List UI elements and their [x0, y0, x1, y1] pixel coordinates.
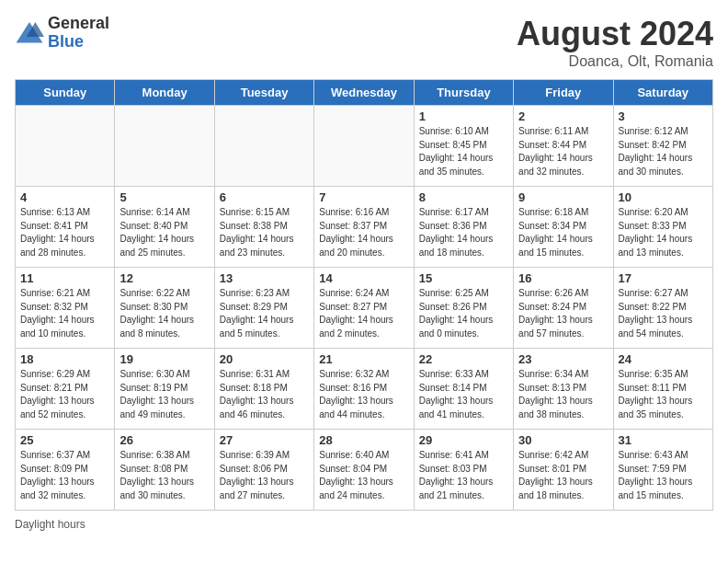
day-number: 17 — [619, 271, 708, 285]
day-number: 29 — [419, 433, 508, 447]
calendar-week: 11Sunrise: 6:21 AM Sunset: 8:32 PM Dayli… — [16, 268, 713, 349]
day-info: Sunrise: 6:34 AM Sunset: 8:13 PM Dayligh… — [518, 368, 608, 421]
day-number: 13 — [220, 271, 309, 285]
calendar-cell: 17Sunrise: 6:27 AM Sunset: 8:22 PM Dayli… — [613, 268, 712, 349]
weekday-header: Monday — [115, 80, 214, 106]
calendar-cell: 7Sunrise: 6:16 AM Sunset: 8:37 PM Daylig… — [314, 187, 414, 268]
day-info: Sunrise: 6:32 AM Sunset: 8:16 PM Dayligh… — [319, 368, 408, 421]
calendar-cell: 13Sunrise: 6:23 AM Sunset: 8:29 PM Dayli… — [214, 268, 313, 349]
calendar-cell — [115, 106, 214, 187]
calendar-cell: 10Sunrise: 6:20 AM Sunset: 8:33 PM Dayli… — [613, 187, 712, 268]
day-info: Sunrise: 6:10 AM Sunset: 8:45 PM Dayligh… — [419, 125, 508, 178]
calendar-cell: 19Sunrise: 6:30 AM Sunset: 8:19 PM Dayli… — [115, 349, 214, 430]
day-number: 24 — [619, 352, 708, 366]
calendar-week: 25Sunrise: 6:37 AM Sunset: 8:09 PM Dayli… — [16, 430, 713, 511]
calendar-cell: 5Sunrise: 6:14 AM Sunset: 8:40 PM Daylig… — [115, 187, 214, 268]
day-number: 18 — [20, 352, 109, 366]
calendar-cell: 4Sunrise: 6:13 AM Sunset: 8:41 PM Daylig… — [16, 187, 115, 268]
day-number: 21 — [319, 352, 408, 366]
day-info: Sunrise: 6:29 AM Sunset: 8:21 PM Dayligh… — [20, 368, 109, 421]
day-info: Sunrise: 6:12 AM Sunset: 8:42 PM Dayligh… — [619, 125, 708, 178]
calendar-table: SundayMondayTuesdayWednesdayThursdayFrid… — [15, 79, 713, 511]
logo-general: General — [48, 15, 109, 33]
day-info: Sunrise: 6:20 AM Sunset: 8:33 PM Dayligh… — [619, 206, 708, 259]
weekday-header: Thursday — [414, 80, 513, 106]
calendar-cell: 16Sunrise: 6:26 AM Sunset: 8:24 PM Dayli… — [514, 268, 613, 349]
title-block: August 2024 Doanca, Olt, Romania — [517, 15, 713, 70]
calendar-cell: 9Sunrise: 6:18 AM Sunset: 8:34 PM Daylig… — [514, 187, 613, 268]
calendar-cell: 6Sunrise: 6:15 AM Sunset: 8:38 PM Daylig… — [214, 187, 313, 268]
calendar-week: 4Sunrise: 6:13 AM Sunset: 8:41 PM Daylig… — [16, 187, 713, 268]
calendar-cell: 18Sunrise: 6:29 AM Sunset: 8:21 PM Dayli… — [16, 349, 115, 430]
calendar-cell — [314, 106, 414, 187]
calendar-body: 1Sunrise: 6:10 AM Sunset: 8:45 PM Daylig… — [16, 106, 713, 511]
day-info: Sunrise: 6:31 AM Sunset: 8:18 PM Dayligh… — [220, 368, 309, 421]
calendar-cell: 11Sunrise: 6:21 AM Sunset: 8:32 PM Dayli… — [16, 268, 115, 349]
calendar-week: 18Sunrise: 6:29 AM Sunset: 8:21 PM Dayli… — [16, 349, 713, 430]
day-info: Sunrise: 6:25 AM Sunset: 8:26 PM Dayligh… — [419, 287, 508, 340]
day-info: Sunrise: 6:43 AM Sunset: 7:59 PM Dayligh… — [619, 449, 708, 502]
day-number: 20 — [220, 352, 309, 366]
logo-icon — [15, 20, 44, 46]
calendar-cell: 3Sunrise: 6:12 AM Sunset: 8:42 PM Daylig… — [613, 106, 712, 187]
day-number: 8 — [419, 190, 508, 204]
day-number: 16 — [518, 271, 608, 285]
calendar-cell: 31Sunrise: 6:43 AM Sunset: 7:59 PM Dayli… — [613, 430, 712, 511]
month-year: August 2024 — [517, 15, 713, 53]
day-info: Sunrise: 6:23 AM Sunset: 8:29 PM Dayligh… — [220, 287, 309, 340]
day-info: Sunrise: 6:27 AM Sunset: 8:22 PM Dayligh… — [619, 287, 708, 340]
calendar-cell: 8Sunrise: 6:17 AM Sunset: 8:36 PM Daylig… — [414, 187, 513, 268]
location: Doanca, Olt, Romania — [517, 53, 713, 70]
day-number: 22 — [419, 352, 508, 366]
day-info: Sunrise: 6:17 AM Sunset: 8:36 PM Dayligh… — [419, 206, 508, 259]
calendar-cell: 29Sunrise: 6:41 AM Sunset: 8:03 PM Dayli… — [414, 430, 513, 511]
day-info: Sunrise: 6:21 AM Sunset: 8:32 PM Dayligh… — [20, 287, 109, 340]
day-number: 12 — [119, 271, 209, 285]
calendar-cell: 14Sunrise: 6:24 AM Sunset: 8:27 PM Dayli… — [314, 268, 414, 349]
day-info: Sunrise: 6:33 AM Sunset: 8:14 PM Dayligh… — [419, 368, 508, 421]
day-number: 23 — [518, 352, 608, 366]
day-info: Sunrise: 6:13 AM Sunset: 8:41 PM Dayligh… — [20, 206, 109, 259]
day-info: Sunrise: 6:40 AM Sunset: 8:04 PM Dayligh… — [319, 449, 408, 502]
day-info: Sunrise: 6:15 AM Sunset: 8:38 PM Dayligh… — [220, 206, 309, 259]
day-info: Sunrise: 6:22 AM Sunset: 8:30 PM Dayligh… — [119, 287, 209, 340]
calendar-header: SundayMondayTuesdayWednesdayThursdayFrid… — [16, 80, 713, 106]
day-number: 6 — [220, 190, 309, 204]
weekday-header: Sunday — [16, 80, 115, 106]
daylight-note: Daylight hours — [15, 518, 85, 531]
day-info: Sunrise: 6:14 AM Sunset: 8:40 PM Dayligh… — [119, 206, 209, 259]
day-number: 10 — [619, 190, 708, 204]
calendar-cell: 23Sunrise: 6:34 AM Sunset: 8:13 PM Dayli… — [514, 349, 613, 430]
day-info: Sunrise: 6:35 AM Sunset: 8:11 PM Dayligh… — [619, 368, 708, 421]
day-info: Sunrise: 6:39 AM Sunset: 8:06 PM Dayligh… — [220, 449, 309, 502]
day-number: 31 — [619, 433, 708, 447]
day-number: 14 — [319, 271, 408, 285]
day-number: 19 — [119, 352, 209, 366]
day-info: Sunrise: 6:41 AM Sunset: 8:03 PM Dayligh… — [419, 449, 508, 502]
day-info: Sunrise: 6:16 AM Sunset: 8:37 PM Dayligh… — [319, 206, 408, 259]
calendar-cell: 24Sunrise: 6:35 AM Sunset: 8:11 PM Dayli… — [613, 349, 712, 430]
day-number: 9 — [518, 190, 608, 204]
calendar-cell: 26Sunrise: 6:38 AM Sunset: 8:08 PM Dayli… — [115, 430, 214, 511]
day-info: Sunrise: 6:11 AM Sunset: 8:44 PM Dayligh… — [518, 125, 608, 178]
calendar-cell — [16, 106, 115, 187]
calendar-cell: 28Sunrise: 6:40 AM Sunset: 8:04 PM Dayli… — [314, 430, 414, 511]
weekday-row: SundayMondayTuesdayWednesdayThursdayFrid… — [16, 80, 713, 106]
day-number: 1 — [419, 109, 508, 123]
day-number: 25 — [20, 433, 109, 447]
calendar-cell: 25Sunrise: 6:37 AM Sunset: 8:09 PM Dayli… — [16, 430, 115, 511]
day-number: 2 — [518, 109, 608, 123]
day-number: 7 — [319, 190, 408, 204]
weekday-header: Wednesday — [314, 80, 414, 106]
day-number: 3 — [619, 109, 708, 123]
logo-text: General Blue — [48, 15, 109, 52]
page-header: General Blue August 2024 Doanca, Olt, Ro… — [15, 15, 713, 70]
calendar-cell: 22Sunrise: 6:33 AM Sunset: 8:14 PM Dayli… — [414, 349, 513, 430]
calendar-cell: 12Sunrise: 6:22 AM Sunset: 8:30 PM Dayli… — [115, 268, 214, 349]
day-info: Sunrise: 6:24 AM Sunset: 8:27 PM Dayligh… — [319, 287, 408, 340]
calendar-cell: 27Sunrise: 6:39 AM Sunset: 8:06 PM Dayli… — [214, 430, 313, 511]
weekday-header: Friday — [514, 80, 613, 106]
day-info: Sunrise: 6:18 AM Sunset: 8:34 PM Dayligh… — [518, 206, 608, 259]
day-number: 26 — [119, 433, 209, 447]
day-number: 27 — [220, 433, 309, 447]
